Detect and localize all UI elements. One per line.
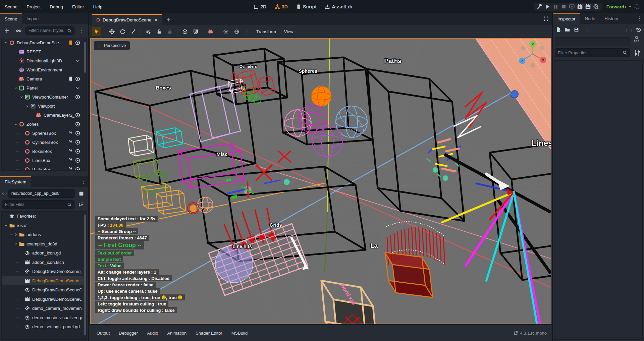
- tree-row-addon-icon-gd[interactable]: addon_icon.gd: [2, 248, 86, 258]
- viewport-3d[interactable]: YXZ BoxesCylindersSpheresPathsMiscGridsL…: [90, 38, 551, 324]
- tab-history[interactable]: History: [600, 13, 623, 24]
- switch-assetlib[interactable]: AssetLib: [325, 4, 352, 9]
- visibility-eye-icon[interactable]: [74, 112, 80, 118]
- movie-maker-button[interactable]: [593, 4, 599, 10]
- tree-row-debugdrawdemoscenec-[interactable]: DebugDrawDemoSceneC...: [2, 285, 86, 295]
- fs-split-mode-icon[interactable]: [76, 189, 86, 198]
- visibility-eye-icon[interactable]: [74, 121, 80, 127]
- save-resource-icon[interactable]: [574, 27, 579, 34]
- tree-row-demo-music-visualizer-gd[interactable]: demo_music_visualizer.gd: [2, 313, 86, 323]
- remote-debug-button[interactable]: [569, 4, 575, 10]
- rotate-tool-icon[interactable]: [118, 27, 127, 36]
- new-tab-icon[interactable]: +: [167, 16, 171, 25]
- stop-button[interactable]: [561, 4, 567, 10]
- tree-row-cylindersbox[interactable]: CylindersBox%: [2, 138, 86, 147]
- expand-arrow-icon[interactable]: [14, 86, 19, 90]
- tree-row-panel[interactable]: Panel: [2, 83, 86, 93]
- tree-row-viewportcontainer[interactable]: ViewportContainer: [2, 93, 86, 102]
- open-docs-icon[interactable]: DOC: [632, 36, 641, 47]
- tree-row-res-[interactable]: res://: [2, 221, 86, 230]
- viewport-extra-menu-icon[interactable]: ⋮: [243, 29, 252, 35]
- menu-help[interactable]: Help: [93, 4, 102, 9]
- scene-tab-active[interactable]: DebugDrawDemoScene: [92, 14, 162, 25]
- chevron-down-icon[interactable]: [74, 85, 80, 91]
- tree-row-boxesbox[interactable]: BoxesBox%: [2, 147, 86, 156]
- perspective-menu[interactable]: ⋮ Perspective: [94, 41, 130, 50]
- lock-tool-icon[interactable]: [154, 27, 164, 36]
- play-button[interactable]: [545, 4, 551, 10]
- fs-path-bar[interactable]: res://addon_cpp_api_test/: [8, 189, 75, 198]
- visibility-eye-icon[interactable]: [74, 130, 80, 136]
- tree-row-camera[interactable]: Camera: [2, 74, 86, 83]
- tree-row-zones[interactable]: Zones: [2, 120, 86, 129]
- environment-settings-icon[interactable]: [232, 27, 241, 36]
- visibility-eye-icon[interactable]: [74, 149, 80, 154]
- tree-row-reset[interactable]: RESET: [2, 47, 86, 56]
- visibility-eye-icon[interactable]: [74, 94, 80, 100]
- fs-sort-icon[interactable]: [76, 200, 86, 209]
- tree-row-worldenvironment[interactable]: WorldEnvironment: [2, 65, 86, 74]
- expand-arrow-icon[interactable]: [14, 242, 19, 246]
- script-icon[interactable]: [67, 40, 73, 46]
- unique-name-icon[interactable]: %: [67, 158, 73, 163]
- scale-tool-icon[interactable]: [128, 27, 138, 36]
- instance-scene-button[interactable]: [14, 26, 23, 35]
- tab-filesystem[interactable]: FileSystem: [0, 176, 31, 187]
- menu-debug[interactable]: Debug: [50, 4, 63, 9]
- tree-row-pathsbox[interactable]: PathsBox%: [2, 165, 86, 171]
- menu-transform[interactable]: Transform: [253, 29, 279, 34]
- expand-arrow-icon[interactable]: [20, 95, 24, 99]
- snap-tool-icon[interactable]: [191, 27, 200, 36]
- tree-row-viewport[interactable]: Viewport: [2, 102, 86, 111]
- scene-filter-field[interactable]: [29, 28, 71, 33]
- bottom-panel-audio[interactable]: Audio: [147, 331, 158, 336]
- menu-project[interactable]: Project: [26, 4, 41, 9]
- bottom-panel-shader-editor[interactable]: Shader Editor: [196, 331, 222, 336]
- fs-filter-field[interactable]: [5, 202, 71, 207]
- visibility-eye-icon[interactable]: [74, 76, 80, 82]
- unique-name-icon[interactable]: %: [67, 139, 73, 145]
- tree-row-linesbox[interactable]: LinesBox%: [2, 156, 86, 165]
- inspector-filter-field[interactable]: [558, 51, 627, 55]
- scene-tree-scrollbar[interactable]: [84, 42, 86, 73]
- tree-row-addon-icon-tscn[interactable]: addon_icon.tscn: [2, 258, 86, 267]
- tree-row-directionallight3d[interactable]: DirectionalLight3D: [2, 56, 86, 65]
- tree-row-examples-dd3d[interactable]: examples_dd3d: [2, 239, 86, 249]
- visibility-eye-icon[interactable]: [74, 40, 80, 46]
- fs-tree-scrollbar[interactable]: [84, 215, 86, 335]
- tree-row-debugdrawdemoscenec-[interactable]: DebugDrawDemoSceneC...: [2, 295, 86, 304]
- filesystem-dock-menu-icon[interactable]: ⋮: [79, 179, 88, 187]
- history-back-icon[interactable]: ‹: [625, 27, 627, 33]
- tree-row-debugdrawdemoscene-t-[interactable]: DebugDrawDemoScene.t...: [2, 276, 86, 286]
- script-icon[interactable]: [67, 76, 73, 82]
- tab-inspector[interactable]: Inspector: [553, 13, 580, 24]
- play-custom-scene-button[interactable]: [585, 4, 591, 10]
- inspector-menu-icon[interactable]: ⋮: [635, 15, 644, 24]
- visibility-eye-icon[interactable]: [74, 158, 80, 163]
- resource-menu-icon[interactable]: ⋮: [583, 27, 592, 33]
- visibility-eye-icon[interactable]: [74, 139, 80, 145]
- bottom-panel-output[interactable]: Output: [97, 331, 110, 336]
- bottom-panel-debugger[interactable]: Debugger: [119, 331, 138, 336]
- scene-dock-menu-icon[interactable]: ⋮: [77, 27, 86, 34]
- menu-editor[interactable]: Editor: [72, 4, 84, 9]
- collapse-arrow-icon[interactable]: [14, 233, 19, 236]
- expand-arrow-icon[interactable]: [14, 122, 19, 126]
- expand-arrow-icon[interactable]: [4, 41, 9, 45]
- ruler-tool-icon[interactable]: [180, 27, 190, 36]
- renderer-dropdown[interactable]: Forward+: [606, 4, 632, 9]
- fs-forward-button[interactable]: ›: [5, 190, 7, 196]
- object-history-icon[interactable]: [636, 27, 641, 34]
- camera-preview-tool-icon[interactable]: [206, 27, 215, 36]
- bottom-panel-animation[interactable]: Animation: [167, 331, 186, 336]
- pause-button[interactable]: [553, 4, 559, 10]
- group-tool-icon[interactable]: [165, 27, 174, 36]
- switch-3d[interactable]: 3D: [275, 4, 288, 9]
- tree-row-favorites-[interactable]: Favorites:: [2, 212, 86, 221]
- tab-scene[interactable]: Scene: [0, 13, 22, 24]
- tree-row-demo-settings-panel-gd[interactable]: demo_settings_panel.gd: [2, 322, 86, 332]
- tree-row-debugdrawdemosce-[interactable]: DebugDrawDemoSce...: [2, 38, 86, 47]
- close-icon[interactable]: [154, 18, 158, 22]
- chevron-down-icon[interactable]: [74, 58, 80, 64]
- tab-import[interactable]: Import: [22, 13, 44, 24]
